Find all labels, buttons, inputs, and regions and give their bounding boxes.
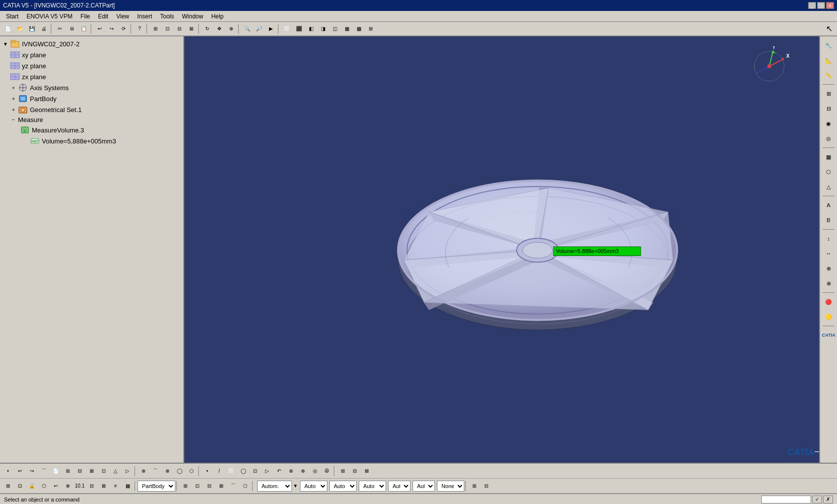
tb-fly[interactable]: ▶ <box>266 23 277 34</box>
tb-what[interactable]: ? <box>134 23 145 34</box>
bb-b25[interactable]: ◎ <box>309 466 320 477</box>
rt-btn-17[interactable]: 🔴 <box>822 295 836 309</box>
tb-select[interactable]: ↖ <box>824 23 835 34</box>
tree-measure-vol3[interactable]: V MeasureVolume.3 <box>0 125 183 135</box>
minimize-button[interactable]: _ <box>808 2 816 9</box>
rt-btn-13[interactable]: ↕ <box>822 232 836 246</box>
tb-zoom-out[interactable]: 🔎 <box>254 23 265 34</box>
rt-btn-15[interactable]: ⊕ <box>822 261 836 275</box>
tb-zoom-in[interactable]: 🔍 <box>242 23 253 34</box>
bb-b15[interactable]: ⬡ <box>186 466 197 477</box>
tb-b2[interactable]: ⊟ <box>174 23 185 34</box>
bb-b4[interactable]: 📄 <box>50 466 61 477</box>
tb-zoom-fit[interactable]: ⊕ <box>226 23 237 34</box>
tb-open[interactable]: 📂 <box>14 23 25 34</box>
rt-btn-3[interactable]: 📏 <box>822 68 836 82</box>
bb2-b16[interactable]: ⬡ <box>240 481 251 492</box>
bb2-b14[interactable]: ⊠ <box>216 481 227 492</box>
bb-b19[interactable]: ◯ <box>238 466 249 477</box>
menu-insert[interactable]: Insert <box>133 12 156 21</box>
tb-wire[interactable]: ⬜ <box>281 23 292 34</box>
bb2-end2[interactable]: ⊟ <box>481 481 492 492</box>
combo-auto1[interactable]: Auto <box>300 481 327 492</box>
menu-view[interactable]: View <box>112 12 133 21</box>
status-check[interactable]: ✓ <box>812 496 822 504</box>
tree-measure[interactable]: − Measure <box>0 115 183 125</box>
partbody-expand[interactable]: + <box>10 95 17 102</box>
bb-b18[interactable]: ⬜ <box>226 466 237 477</box>
bb-b9[interactable]: △ <box>110 466 121 477</box>
bb-snap[interactable]: • <box>2 466 13 477</box>
tb-b1[interactable]: ⊡ <box>162 23 173 34</box>
bb2-b8[interactable]: ⊠ <box>98 481 109 492</box>
bb-b1[interactable]: ↩ <box>14 466 25 477</box>
rt-btn-1[interactable]: 🔧 <box>822 38 836 52</box>
bb2-b9[interactable]: ≡ <box>110 481 121 492</box>
menu-edit[interactable]: Edit <box>94 12 113 21</box>
tb-view4[interactable]: ▦ <box>341 23 352 34</box>
tb-pan[interactable]: ✥ <box>214 23 225 34</box>
combo-none[interactable]: None <box>437 481 464 492</box>
bb2-b13[interactable]: ⊟ <box>204 481 215 492</box>
rt-btn-2[interactable]: 📐 <box>822 53 836 67</box>
tb-new[interactable]: 📄 <box>2 23 13 34</box>
close-button[interactable]: × <box>826 2 834 9</box>
bb2-b11[interactable]: ⊞ <box>180 481 191 492</box>
bb-b21[interactable]: ▷ <box>262 466 273 477</box>
combo-auto3[interactable]: Auto <box>359 481 386 492</box>
bb-b3[interactable]: ⌒ <box>38 466 49 477</box>
menu-help[interactable]: Help <box>207 12 228 21</box>
bb-b6[interactable]: ⊟ <box>74 466 85 477</box>
bb-b29[interactable]: ⊠ <box>361 466 372 477</box>
menu-start[interactable]: Start <box>2 12 22 21</box>
rt-btn-10[interactable]: △ <box>822 180 836 194</box>
rt-btn-16[interactable]: ⊗ <box>822 276 836 290</box>
rt-btn-7[interactable]: ◎ <box>822 131 836 145</box>
rt-btn-18[interactable]: 🟡 <box>822 310 836 324</box>
tree-volume-val[interactable]: mm³ Volume=5,888e+005mm3 <box>0 135 183 146</box>
rt-btn-5[interactable]: ⊟ <box>822 102 836 116</box>
bb-b22[interactable]: ↶ <box>274 466 284 477</box>
root-expand[interactable]: ▼ <box>2 40 9 47</box>
bb2-b1[interactable]: ⊞ <box>2 481 13 492</box>
tb-snap[interactable]: ⊞ <box>150 23 161 34</box>
status-x[interactable]: ✗ <box>823 496 833 504</box>
bb-b17[interactable]: / <box>214 466 225 477</box>
bb-b24[interactable]: ⊗ <box>297 466 308 477</box>
restore-button[interactable]: □ <box>817 2 825 9</box>
tb-save[interactable]: 💾 <box>26 23 37 34</box>
bb2-end1[interactable]: ⊞ <box>469 481 480 492</box>
bb-b2[interactable]: ↪ <box>26 466 37 477</box>
bb-b11[interactable]: ⊕ <box>138 466 149 477</box>
bb-b14[interactable]: ◯ <box>174 466 185 477</box>
combo-autom[interactable]: Autom. <box>257 481 292 492</box>
rt-btn-4[interactable]: ⊞ <box>822 87 836 101</box>
tb-view6[interactable]: ⊞ <box>365 23 376 34</box>
tree-part-body[interactable]: + PartBody <box>0 93 183 104</box>
window-controls[interactable]: _ □ × <box>808 2 834 9</box>
rt-btn-6[interactable]: ◉ <box>822 117 836 130</box>
combo-aut2[interactable]: Aut <box>413 481 435 492</box>
tb-copy[interactable]: ⧉ <box>66 23 77 34</box>
tb-view3[interactable]: ◫ <box>329 23 340 34</box>
bb-b27[interactable]: ⊞ <box>337 466 348 477</box>
bb-b12[interactable]: ⌒ <box>150 466 161 477</box>
bb-b8[interactable]: ⊡ <box>98 466 109 477</box>
combo-aut1[interactable]: Aut <box>388 481 411 492</box>
tb-b3[interactable]: ⊠ <box>186 23 197 34</box>
bb2-b10[interactable]: ▦ <box>122 481 133 492</box>
menu-enovia[interactable]: ENOVIA V5 VPM <box>22 12 76 21</box>
menu-tools[interactable]: Tools <box>156 12 178 21</box>
bb-b23[interactable]: ⊕ <box>285 466 296 477</box>
bb-b26[interactable]: ⦿ <box>321 466 332 477</box>
rt-btn-8[interactable]: ▦ <box>822 150 836 164</box>
bb-b20[interactable]: ⊡ <box>250 466 261 477</box>
rt-btn-9[interactable]: ⬡ <box>822 165 836 179</box>
bb2-b2[interactable]: ⊡ <box>14 481 25 492</box>
partbody-dropdown[interactable]: PartBody <box>138 481 175 492</box>
bb-b5[interactable]: ⊞ <box>62 466 73 477</box>
bb-b28[interactable]: ⊟ <box>349 466 360 477</box>
tb-cut[interactable]: ✂ <box>54 23 65 34</box>
measure-expand[interactable]: − <box>10 117 17 124</box>
rt-btn-12[interactable]: B <box>822 213 836 227</box>
